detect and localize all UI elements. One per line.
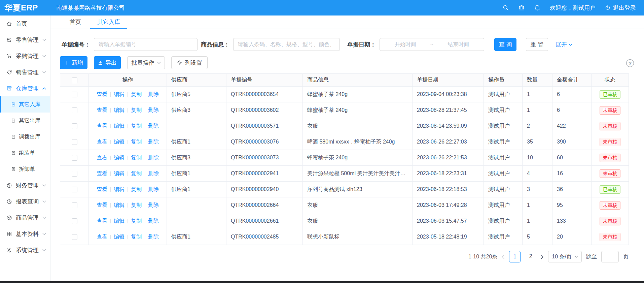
view-link[interactable]: 查看 [97,123,107,129]
add-label: 新增 [72,59,83,67]
sidebar-item-warehouse[interactable]: 仓库管理 [0,80,50,96]
delete-link[interactable]: 删除 [148,155,159,160]
sidebar-item-sales[interactable]: 销售管理 [0,64,50,80]
view-link[interactable]: 查看 [97,202,107,208]
sidebar-item-goods[interactable]: 商品管理 [0,210,50,226]
reset-button[interactable]: 重 置 [526,38,548,51]
delete-link[interactable]: 删除 [148,139,159,145]
sidebar-item-other-outbound[interactable]: 其它出库 [0,113,50,129]
delete-link[interactable]: 删除 [148,91,159,97]
batch-actions-button[interactable]: 批量操作 [127,56,165,69]
prev-page-button[interactable] [502,255,505,259]
date-range-picker[interactable]: 开始时间 ~ 结束时间 [380,38,484,51]
view-link[interactable]: 查看 [97,91,107,97]
delete-link[interactable]: 删除 [148,186,159,192]
row-checkbox[interactable] [72,187,77,192]
view-link[interactable]: 查看 [97,170,107,176]
row-checkbox[interactable] [72,107,77,113]
search-icon[interactable] [502,4,509,11]
sidebar-item-system[interactable]: 系统管理 [0,242,50,258]
copy-link[interactable]: 复制 [131,139,142,145]
copy-link[interactable]: 复制 [131,107,142,113]
edit-link[interactable]: 编辑 [114,202,124,208]
retail-icon [6,37,12,43]
delete-link[interactable]: 删除 [148,170,159,176]
amount-cell: 6 [552,102,592,118]
view-link[interactable]: 查看 [97,107,107,113]
next-page-button[interactable] [541,255,544,259]
status-badge: 未审核 [600,138,620,146]
sidebar-item-finance[interactable]: 财务管理 [0,177,50,193]
row-checkbox[interactable] [72,218,77,224]
tab-home[interactable]: 首页 [63,15,88,29]
delete-link[interactable]: 删除 [148,202,159,208]
page-1-button[interactable]: 1 [509,251,521,262]
pie-chart-icon [6,199,12,205]
sidebar-item-purchase[interactable]: 采购管理 [0,48,50,64]
copy-link[interactable]: 复制 [131,123,142,129]
sidebar-item-reports[interactable]: 报表查询 [0,193,50,210]
copy-link[interactable]: 复制 [131,202,142,208]
row-checkbox[interactable] [72,92,77,97]
edit-link[interactable]: 编辑 [114,234,124,240]
view-link[interactable]: 查看 [97,139,107,145]
logout-button[interactable]: 退出登录 [605,4,636,12]
add-button[interactable]: 新增 [60,56,87,69]
edit-link[interactable]: 编辑 [114,91,124,97]
document-icon [11,167,16,171]
table-row: 查看编辑复制删除 供应商3 QTRK00000003073 蜂蜜柚子茶 240g… [60,150,629,166]
amount-cell: 95 [552,197,592,213]
delete-link[interactable]: 删除 [148,218,159,224]
copy-link[interactable]: 复制 [131,218,142,224]
row-checkbox[interactable] [72,155,77,161]
select-all-checkbox[interactable] [72,77,77,83]
status-badge: 未审核 [600,122,620,130]
tab-other-inbound[interactable]: 其它入库 [90,15,127,29]
page-size-select[interactable]: 10 条/页 [548,251,582,262]
page-2-button[interactable]: 2 [525,251,536,262]
column-settings-button[interactable]: 列设置 [171,56,208,69]
delete-link[interactable]: 删除 [148,123,159,129]
row-checkbox[interactable] [72,123,77,129]
edit-link[interactable]: 编辑 [114,170,124,176]
search-button[interactable]: 查 询 [494,38,516,51]
sidebar-item-label: 报表查询 [16,198,39,206]
row-checkbox[interactable] [72,171,77,177]
row-checkbox[interactable] [72,202,77,208]
bell-icon[interactable] [534,4,541,11]
edit-link[interactable]: 编辑 [114,107,124,113]
expand-filters-link[interactable]: 展开 [556,41,572,49]
sidebar-item-home[interactable]: 首页 [0,15,50,32]
view-link[interactable]: 查看 [97,155,107,160]
export-button[interactable]: 导出 [94,56,121,69]
copy-link[interactable]: 复制 [131,155,142,160]
row-checkbox[interactable] [72,234,77,240]
edit-link[interactable]: 编辑 [114,123,124,129]
product-info-input[interactable] [233,38,340,51]
copy-link[interactable]: 复制 [131,91,142,97]
sidebar-item-transfer-outbound[interactable]: 调拨出库 [0,129,50,145]
qty-cell: 35 [523,134,552,150]
help-icon[interactable]: ? [626,59,634,67]
edit-link[interactable]: 编辑 [114,139,124,145]
row-checkbox[interactable] [72,139,77,145]
delete-link[interactable]: 删除 [148,234,159,240]
sidebar-item-assembly-order[interactable]: 组装单 [0,145,50,161]
sidebar-item-disassembly-order[interactable]: 拆卸单 [0,161,50,177]
bank-icon[interactable] [518,4,525,11]
view-link[interactable]: 查看 [97,234,107,240]
edit-link[interactable]: 编辑 [114,155,124,160]
view-link[interactable]: 查看 [97,186,107,192]
delete-link[interactable]: 删除 [148,107,159,113]
sidebar-item-retail[interactable]: 零售管理 [0,32,50,48]
edit-link[interactable]: 编辑 [114,218,124,224]
doc-no-input[interactable] [94,38,198,51]
copy-link[interactable]: 复制 [131,186,142,192]
edit-link[interactable]: 编辑 [114,186,124,192]
jump-to-input[interactable] [601,251,619,262]
view-link[interactable]: 查看 [97,218,107,224]
copy-link[interactable]: 复制 [131,170,142,176]
copy-link[interactable]: 复制 [131,234,142,240]
sidebar-item-other-inbound[interactable]: 其它入库 [0,96,50,113]
sidebar-item-basic-data[interactable]: 基本资料 [0,226,50,242]
